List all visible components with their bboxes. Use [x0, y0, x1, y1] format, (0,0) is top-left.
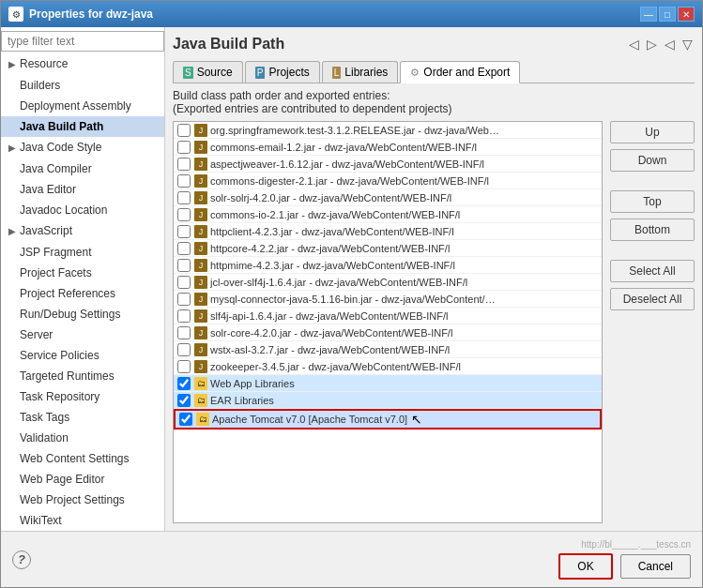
arrow-icon: ▶	[8, 226, 16, 236]
lib-item[interactable]: J commons-email-1.2.jar - dwz-java/WebCo…	[174, 139, 602, 156]
sidebar-item-server[interactable]: Server	[1, 324, 164, 345]
sidebar-item-java-build-path[interactable]: Java Build Path	[1, 116, 164, 137]
lib-checkbox-15[interactable]	[177, 360, 191, 373]
lib-item[interactable]: J slf4j-api-1.6.4.jar - dwz-java/WebCont…	[174, 308, 602, 324]
sidebar-item-task-tags[interactable]: Task Tags	[1, 407, 164, 428]
jar-icon: J	[194, 124, 207, 137]
sidebar-item-java-compiler[interactable]: Java Compiler	[1, 158, 164, 179]
sidebar-item-wikitext[interactable]: WikiText	[1, 510, 164, 531]
help-button[interactable]: ?	[12, 550, 31, 569]
lib-name: slf4j-api-1.6.4.jar - dwz-java/WebConten…	[210, 310, 449, 322]
lib-item[interactable]: J aspectjweaver-1.6.12.jar - dwz-java/We…	[174, 156, 602, 173]
nav-forward-button[interactable]: ▷	[645, 35, 659, 53]
bottom-button[interactable]: Bottom	[610, 219, 695, 241]
lib-item[interactable]: J httpclient-4.2.3.jar - dwz-java/WebCon…	[174, 223, 602, 240]
sidebar-item-deployment-assembly[interactable]: Deployment Assembly	[1, 96, 164, 116]
lib-name: httpclient-4.2.3.jar - dwz-java/WebConte…	[210, 226, 454, 237]
jar-icon: J	[194, 309, 207, 323]
sidebar-item-jsp-fragment[interactable]: JSP Fragment	[1, 242, 164, 263]
jar-icon: J	[194, 326, 207, 339]
tab-source[interactable]: S Source	[173, 61, 243, 83]
sidebar-item-builders[interactable]: Builders	[1, 75, 164, 96]
lib-checkbox-2[interactable]	[177, 141, 191, 154]
lib-item-ear[interactable]: 🗂 EAR Libraries	[174, 392, 602, 409]
minimize-button[interactable]: —	[640, 7, 657, 22]
sidebar-item-web-content-settings[interactable]: Web Content Settings	[1, 448, 164, 469]
lib-item[interactable]: J commons-io-2.1.jar - dwz-java/WebConte…	[174, 206, 602, 223]
lib-checkbox-6[interactable]	[177, 208, 191, 221]
sidebar-item-run-debug[interactable]: Run/Debug Settings	[1, 304, 164, 324]
sidebar-item-project-facets[interactable]: Project Facets	[1, 263, 164, 283]
lib-checkbox-7[interactable]	[177, 225, 191, 238]
sidebar-item-java-code-style[interactable]: ▶Java Code Style	[1, 137, 164, 158]
tab-order-export[interactable]: ⚙ Order and Export	[400, 61, 520, 83]
nav-back-button[interactable]: ◁	[627, 35, 641, 53]
lib-item[interactable]: J solr-core-4.2.0.jar - dwz-java/WebCont…	[174, 324, 602, 341]
sidebar-item-validation[interactable]: Validation	[1, 428, 164, 448]
lib-item[interactable]: J mysql-connector-java-5.1.16-bin.jar - …	[174, 291, 602, 308]
close-button[interactable]: ✕	[678, 7, 695, 22]
nav-dropdown-button[interactable]: ▽	[680, 35, 695, 53]
lib-item[interactable]: J jcl-over-slf4j-1.6.4.jar - dwz-java/We…	[174, 274, 602, 291]
up-button[interactable]: Up	[610, 121, 695, 143]
nav-up-button[interactable]: ◁	[663, 35, 677, 53]
lib-checkbox-11[interactable]	[177, 293, 191, 306]
lib-item[interactable]: J zookeeper-3.4.5.jar - dwz-java/WebCont…	[174, 358, 602, 375]
lib-checkbox-5[interactable]	[177, 191, 191, 204]
down-button[interactable]: Down	[610, 149, 695, 172]
lib-name: org.springframework.test-3.1.2.RELEASE.j…	[210, 125, 501, 136]
tab-projects[interactable]: P Projects	[245, 61, 320, 83]
sidebar-item-targeted-runtimes[interactable]: Targeted Runtimes	[1, 366, 164, 386]
library-list[interactable]: J org.springframework.test-3.1.2.RELEASE…	[173, 121, 603, 523]
lib-name: httpmime-4.2.3.jar - dwz-java/WebContent…	[210, 260, 455, 271]
sidebar-item-javascript[interactable]: ▶JavaScript	[1, 220, 164, 242]
lib-checkbox-3[interactable]	[177, 158, 191, 171]
maximize-button[interactable]: □	[659, 7, 676, 22]
tab-order-export-label: Order and Export	[423, 66, 510, 79]
sidebar-item-resource[interactable]: ▶Resource	[1, 53, 164, 75]
lib-item[interactable]: J wstx-asl-3.2.7.jar - dwz-java/WebConte…	[174, 341, 602, 358]
lib-checkbox-17[interactable]	[177, 394, 191, 407]
lib-item[interactable]: J httpcore-4.2.2.jar - dwz-java/WebConte…	[174, 240, 602, 257]
sidebar-item-task-repository[interactable]: Task Repository	[1, 386, 164, 407]
lib-name: commons-io-2.1.jar - dwz-java/WebContent…	[210, 209, 460, 220]
sidebar-item-service-policies[interactable]: Service Policies	[1, 345, 164, 366]
sidebar-item-javadoc-location[interactable]: Javadoc Location	[1, 200, 164, 220]
panel-title: Java Build Path	[173, 36, 284, 53]
lib-checkbox-8[interactable]	[177, 242, 191, 255]
select-all-button[interactable]: Select All	[610, 260, 695, 282]
lib-checkbox-13[interactable]	[177, 326, 191, 339]
lib-checkbox-1[interactable]	[177, 124, 191, 137]
lib-checkbox-4[interactable]	[177, 174, 191, 188]
ok-button[interactable]: OK	[558, 553, 612, 580]
sidebar-item-java-editor[interactable]: Java Editor	[1, 179, 164, 200]
lib-checkbox-14[interactable]	[177, 343, 191, 356]
lib-checkbox-16[interactable]	[177, 377, 191, 390]
title-bar-left: ⚙ Properties for dwz-java	[8, 7, 153, 22]
lib-name: Web App Libraries	[210, 378, 295, 389]
lib-item[interactable]: J httpmime-4.2.3.jar - dwz-java/WebConte…	[174, 257, 602, 274]
sidebar-item-web-page-editor[interactable]: Web Page Editor	[1, 469, 164, 490]
lib-checkbox-18[interactable]	[179, 413, 192, 426]
tab-libraries[interactable]: L Libraries	[322, 61, 399, 83]
filter-input[interactable]	[1, 31, 164, 52]
cancel-button[interactable]: Cancel	[620, 554, 691, 579]
spacer	[610, 177, 695, 185]
libraries-tab-icon: L	[332, 67, 342, 79]
jar-icon: J	[194, 343, 207, 356]
lib-item[interactable]: J commons-digester-2.1.jar - dwz-java/We…	[174, 173, 602, 189]
top-button[interactable]: Top	[610, 190, 695, 213]
lib-checkbox-10[interactable]	[177, 276, 191, 289]
lib-item-web-app[interactable]: 🗂 Web App Libraries	[174, 375, 602, 392]
sidebar-item-web-project-settings[interactable]: Web Project Settings	[1, 490, 164, 510]
title-buttons: — □ ✕	[640, 7, 695, 22]
sidebar-item-project-references[interactable]: Project References	[1, 283, 164, 304]
panel-header: Java Build Path ◁ ▷ ◁ ▽	[173, 35, 695, 53]
lib-item-tomcat[interactable]: 🗂 Apache Tomcat v7.0 [Apache Tomcat v7.0…	[174, 409, 602, 430]
lib-item[interactable]: J org.springframework.test-3.1.2.RELEASE…	[174, 122, 602, 139]
lib-checkbox-12[interactable]	[177, 309, 191, 323]
lib-checkbox-9[interactable]	[177, 259, 191, 272]
lib-item[interactable]: J solr-solrj-4.2.0.jar - dwz-java/WebCon…	[174, 189, 602, 206]
lib-name: httpcore-4.2.2.jar - dwz-java/WebContent…	[210, 243, 450, 254]
deselect-all-button[interactable]: Deselect All	[610, 288, 695, 310]
